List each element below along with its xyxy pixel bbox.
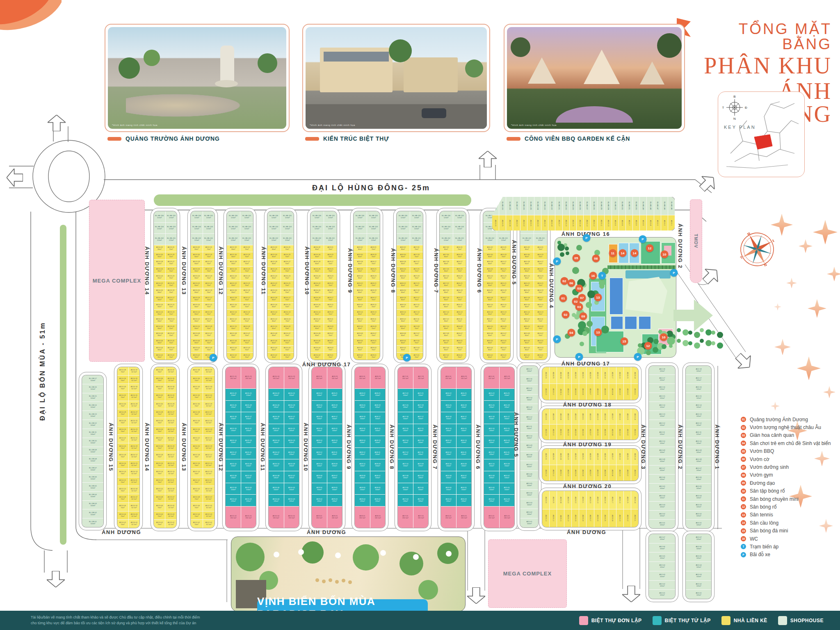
tree-icon (682, 329, 689, 336)
lot-strip: ĐL-HĐ-206 120m²ĐL-HĐ-205 120m²ĐL-HĐ-204 … (397, 211, 423, 360)
lot-cell: AD10-02 192.5m² (269, 507, 284, 528)
lot-cell: AD12-32 70m² (191, 393, 203, 401)
lot-cell: AD9-04 80m² (354, 346, 367, 353)
tree-icon (700, 328, 704, 332)
tree-icon (582, 331, 587, 336)
lot-cell: AD2-02 105m² (686, 511, 711, 519)
lot-cell: AD19-14 (631, 409, 638, 424)
lot-cell: AD14-27 62.5m² (129, 409, 140, 418)
lot-cell: AD12-02 80m² (227, 353, 240, 360)
lot-cell: AD20-24 (557, 449, 564, 465)
legend-item: 10Sân tập bóng rổ (741, 487, 831, 495)
lot-cell: AD13-16 80m² (191, 303, 203, 310)
lot-cell: AD5-04 135m² (484, 495, 499, 506)
lot-cell: AD8-19 135m² (370, 401, 386, 412)
lot-cell: AD5-03 70m² (497, 346, 511, 353)
court-blue (611, 316, 623, 329)
lot-cell: AD8-03 70m² (367, 346, 380, 353)
lot-cell: AD13-08 70m² (154, 494, 165, 502)
lot-cell: AD12-18 80m² (227, 295, 240, 302)
lot-cell: AD20-26 (542, 449, 549, 465)
lot-strip: AD14-38 70m²AD14-37 62.5m²AD14-36 70m²AD… (117, 367, 139, 528)
lot-cell: AD18-23 (564, 367, 571, 383)
lot-cell: AD20-22 (572, 449, 579, 465)
lot-strip: ĐL-HĐ-206 120m²ĐL-HĐ-205 120m²ĐL-HĐ-204 … (154, 211, 177, 360)
lot-cell: AD9-09 150m² (327, 459, 342, 471)
lot-cell: ĐL-HĐ-205 120m² (240, 211, 253, 222)
lot-cell: AD13-26 70m² (154, 418, 165, 426)
lot-cell: AD2-18 105m² (686, 366, 711, 374)
lot-cell: AD12-29 70m² (203, 252, 215, 259)
lot-cell: AD11-15 70m² (240, 303, 253, 310)
lot-cell: AD7-14 80m² (440, 310, 453, 317)
lot-cell: AD19-02 (624, 425, 631, 440)
lot-cell: AD6-04 80m² (483, 346, 497, 353)
lot-cell: AD5-04 100m² (520, 490, 538, 499)
lot-cell: AD18-21 (579, 367, 586, 383)
lot-cell: AD16-10 (605, 215, 611, 231)
lot-cell: ĐL-HĐ-204 120m² (227, 223, 240, 234)
legend-item-label: Vườn gym (750, 472, 773, 478)
lot-cell: AD2-13 105m² (649, 411, 675, 420)
lot-cell: AD8-31 70m² (367, 245, 380, 252)
lot-cell: AD8-30 80m² (397, 252, 410, 259)
lot-cell: ĐL-HĐ-163 (541, 197, 548, 215)
lot-cell: AD9-30 80m² (354, 252, 367, 259)
legend-item: 12Sân bóng rổ (741, 503, 831, 511)
lot-cell: AD10-06 150m² (269, 483, 284, 495)
street-label: ÁNH DƯƠNG 2 (677, 425, 683, 470)
lot-cell: AD7-23 70m² (410, 274, 423, 281)
amenity-marker: 10 (661, 251, 669, 258)
event-lawn (625, 277, 667, 314)
legend-item: 13Sân tennis (741, 511, 831, 519)
lot-cell: AD8-10 150m² (355, 459, 370, 471)
legend-item: 03Giàn hoa cảnh quan (741, 431, 831, 439)
lot-cell: AD13-28 70m² (154, 409, 165, 418)
lot-cell: AD10-23 70m² (281, 274, 294, 281)
lot-cell: AD10-10 150m² (269, 459, 284, 471)
lot-cell: AD20-01 (631, 465, 638, 481)
lot-cell: AD19-11 (557, 425, 564, 440)
lot-cell: AD11-02 80m² (267, 353, 281, 360)
lot-cell: AD11-12 135m² (226, 448, 241, 459)
lot-cell: AD11-08 135m² (226, 471, 241, 483)
lot-cell: AD2-07 105m² (649, 534, 675, 543)
lot-cell: AD2-08 105m² (649, 457, 675, 465)
lot-cell: AD14-13 62.5m² (129, 469, 140, 477)
lot-cell: AD13-15 70m² (166, 303, 177, 310)
lot-cell: AD13-07 62.5m² (165, 494, 176, 502)
lot-cell: AD12-08 70m² (191, 494, 203, 502)
lot-cell: AD6-23 70m² (453, 274, 466, 281)
lot-cell: AD5-06 80m² (520, 338, 534, 345)
lot-cell: AD5-32 80m² (520, 245, 534, 252)
lot-strip: AD11-24 192.5m²AD11-23 192.5m²AD11-22 15… (226, 367, 256, 528)
lot-type-swatch (579, 616, 588, 625)
lot-cell: AD20-13 (542, 465, 549, 481)
lot-cell: AD13-27 70m² (166, 260, 177, 267)
lot-cell: AD13-13 70m² (166, 310, 177, 317)
utility-marker: P (583, 234, 591, 242)
lot-cell: AD5-23 70m² (497, 274, 511, 281)
lot-cell: AD4-17 70m² (534, 295, 548, 302)
legend-badge-icon: 16 (741, 536, 746, 541)
lot-cell: AD11-08 80m² (267, 331, 281, 338)
street-label: ÁNH DƯƠNG 6 (475, 425, 481, 470)
lot-cell: AD16-17 (555, 215, 562, 231)
lot-cell: AD2-12 105m² (649, 420, 675, 429)
lot-cell: AD10-05 70m² (281, 338, 294, 345)
tree-icon (717, 342, 723, 349)
street-label: ÁNH DƯƠNG 12 (218, 247, 224, 295)
lot-cell: ĐL-HĐ-204 120m² (191, 223, 203, 234)
lot-cell: AD7-14 150m² (398, 436, 413, 447)
lot-cell: AD6-20 135m² (441, 401, 456, 412)
lot-cell: ĐL-HĐ-201 120m² (281, 234, 294, 245)
lot-cell: AD20-08 (579, 465, 586, 481)
lot-cell: AD6-12 135m² (441, 448, 456, 459)
lot-cell: AD9-22 80m² (354, 281, 367, 288)
lot-cell: AD12-03 70m² (203, 346, 215, 353)
lot-cell: AD5-16 80m² (520, 303, 534, 310)
lot-cell: AD5-28 80m² (520, 260, 534, 267)
lot-cell: AD9-19 70m² (324, 288, 337, 295)
lot-cell: AD19-20 (587, 409, 593, 424)
lot-cell: AD14-05 62.5m² (129, 503, 140, 511)
